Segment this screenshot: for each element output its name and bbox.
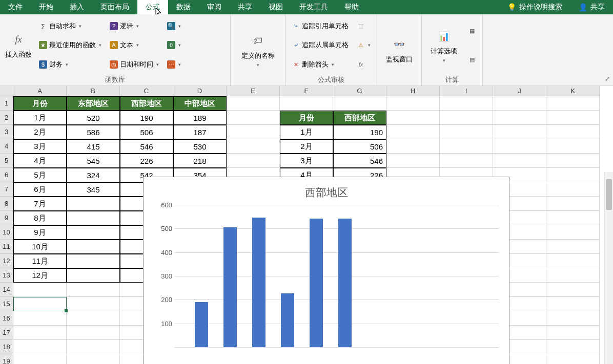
cell-B5[interactable]: 545 <box>67 154 120 168</box>
cell-J5[interactable] <box>493 154 546 168</box>
col-header-F[interactable]: F <box>280 86 333 96</box>
row-header-10[interactable]: 10 <box>0 225 13 240</box>
tab-view[interactable]: 视图 <box>260 0 291 14</box>
row-header-16[interactable]: 16 <box>0 311 13 326</box>
select-all-corner[interactable] <box>0 86 13 96</box>
bar-2月[interactable] <box>223 227 237 347</box>
cell-G5[interactable]: 546 <box>333 154 386 168</box>
cell-B12[interactable] <box>67 254 120 268</box>
cell-B11[interactable] <box>67 240 120 254</box>
cell-B3[interactable]: 586 <box>67 125 120 139</box>
row-header-2[interactable]: 2 <box>0 111 13 125</box>
cell-K8[interactable] <box>546 197 600 211</box>
cell-C4[interactable]: 546 <box>120 139 173 154</box>
vertical-scrollbar[interactable] <box>604 172 613 364</box>
cell-F2[interactable]: 月份 <box>280 111 333 125</box>
cell-A9[interactable]: 8月 <box>13 211 67 225</box>
cell-A19[interactable] <box>13 354 67 364</box>
row-header-14[interactable]: 14 <box>0 283 13 297</box>
tellme-search[interactable]: 💡 操作说明搜索 <box>499 0 570 14</box>
row-header-4[interactable]: 4 <box>0 139 13 154</box>
row-header-17[interactable]: 17 <box>0 326 13 340</box>
cell-C5[interactable]: 226 <box>120 154 173 168</box>
text-button[interactable]: A文本 <box>108 39 161 51</box>
row-header-6[interactable]: 6 <box>0 168 13 182</box>
lookup-button[interactable]: 🔍 <box>165 21 183 31</box>
cell-K11[interactable] <box>546 240 600 254</box>
cell-I4[interactable] <box>440 139 493 154</box>
cell-F5[interactable]: 3月 <box>280 154 333 168</box>
cell-B6[interactable]: 324 <box>67 168 120 182</box>
bar-5月[interactable] <box>310 219 323 347</box>
cell-D2[interactable]: 189 <box>173 111 227 125</box>
calc-sheet-button[interactable]: ▤ <box>466 55 478 65</box>
row-header-8[interactable]: 8 <box>0 197 13 211</box>
tab-help[interactable]: 帮助 <box>336 0 367 14</box>
bar-3月[interactable] <box>252 218 265 347</box>
datetime-button[interactable]: ◷日期和时间 <box>108 59 161 70</box>
cell-A11[interactable]: 10月 <box>13 240 67 254</box>
cell-K3[interactable] <box>546 125 600 139</box>
row-header-13[interactable]: 13 <box>0 268 13 283</box>
cell-K4[interactable] <box>546 139 600 154</box>
cell-A15[interactable] <box>13 297 67 311</box>
watch-window-button[interactable]: 👓 监视窗口 <box>381 16 417 83</box>
cell-I1[interactable] <box>440 96 493 111</box>
cell-K14[interactable] <box>546 283 600 297</box>
cell-J2[interactable] <box>493 111 546 125</box>
cell-A3[interactable]: 2月 <box>13 125 67 139</box>
show-formulas-button[interactable]: ⬚ <box>355 21 373 31</box>
cell-G3[interactable]: 190 <box>333 125 386 139</box>
cell-A5[interactable]: 4月 <box>13 154 67 168</box>
cell-A8[interactable]: 7月 <box>13 197 67 211</box>
trace-dependents-button[interactable]: ⤶追踪从属单元格 <box>290 39 351 51</box>
cell-J3[interactable] <box>493 125 546 139</box>
cell-F3[interactable]: 1月 <box>280 125 333 139</box>
cell-H5[interactable] <box>386 154 440 168</box>
cell-J1[interactable] <box>493 96 546 111</box>
col-header-H[interactable]: H <box>386 86 440 96</box>
cell-B15[interactable] <box>67 297 120 311</box>
cell-A12[interactable]: 11月 <box>13 254 67 268</box>
row-header-18[interactable]: 18 <box>0 340 13 354</box>
cell-E2[interactable] <box>227 111 280 125</box>
cell-B17[interactable] <box>67 326 120 340</box>
col-header-J[interactable]: J <box>493 86 546 96</box>
col-header-K[interactable]: K <box>546 86 600 96</box>
tab-review[interactable]: 审阅 <box>199 0 230 14</box>
cell-H4[interactable] <box>386 139 440 154</box>
cell-K13[interactable] <box>546 268 600 283</box>
tab-file[interactable]: 文件 <box>0 0 31 14</box>
tab-developer[interactable]: 开发工具 <box>291 0 336 14</box>
cell-K9[interactable] <box>546 211 600 225</box>
collapse-ribbon-icon[interactable]: ⤢ <box>605 75 610 82</box>
cell-B9[interactable] <box>67 211 120 225</box>
cell-K16[interactable] <box>546 311 600 326</box>
row-header-11[interactable]: 11 <box>0 240 13 254</box>
autosum-button[interactable]: ∑自动求和 <box>37 20 104 32</box>
cell-K19[interactable] <box>546 354 600 364</box>
row-header-7[interactable]: 7 <box>0 182 13 197</box>
calc-now-button[interactable]: ▦ <box>466 26 478 36</box>
cell-B13[interactable] <box>67 268 120 283</box>
calc-options-button[interactable]: 📊 计算选项 ▾ <box>426 16 462 74</box>
cell-G4[interactable]: 506 <box>333 139 386 154</box>
col-header-E[interactable]: E <box>227 86 280 96</box>
cell-K7[interactable] <box>546 182 600 197</box>
row-header-3[interactable]: 3 <box>0 125 13 139</box>
cell-A14[interactable] <box>13 283 67 297</box>
cell-B2[interactable]: 520 <box>67 111 120 125</box>
cell-I2[interactable] <box>440 111 493 125</box>
cell-B10[interactable] <box>67 225 120 240</box>
cell-C1[interactable]: 西部地区 <box>120 96 173 111</box>
cell-A10[interactable]: 9月 <box>13 225 67 240</box>
tab-data[interactable]: 数据 <box>168 0 199 14</box>
share-button[interactable]: 👤 共享 <box>570 0 613 14</box>
cell-A2[interactable]: 1月 <box>13 111 67 125</box>
col-header-C[interactable]: C <box>120 86 173 96</box>
cell-D1[interactable]: 中部地区 <box>173 96 227 111</box>
cell-K12[interactable] <box>546 254 600 268</box>
row-header-1[interactable]: 1 <box>0 96 13 111</box>
error-checking-button[interactable]: ⚠ <box>355 40 373 50</box>
remove-arrows-button[interactable]: ✕删除箭头 <box>290 59 351 70</box>
